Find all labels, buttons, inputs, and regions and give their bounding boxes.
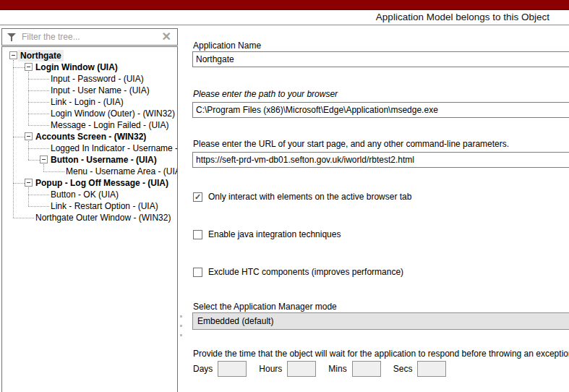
checkbox[interactable] xyxy=(193,268,202,277)
checkbox-label: Exclude HTC components (improves perform… xyxy=(208,267,403,277)
splitter-grip[interactable] xyxy=(180,315,182,344)
header: Application Model belongs to this Object xyxy=(0,10,569,25)
checkbox[interactable]: ✓ xyxy=(193,192,202,202)
tree-node-label[interactable]: Logged In Indicator - Username - (UIA) xyxy=(51,142,178,154)
secs-label: Secs xyxy=(393,364,413,374)
tree-node-label[interactable]: Menu - Username Area - (UIA) xyxy=(66,166,178,177)
start-url-label: Please enter the URL of your start page,… xyxy=(193,139,509,149)
application-name-label: Application Name xyxy=(193,41,261,51)
tree-connector xyxy=(28,160,40,161)
filter-input[interactable] xyxy=(22,32,159,42)
tree-connector xyxy=(13,218,34,218)
tree-node-label[interactable]: Link - Restart Option - (UIA) xyxy=(51,200,158,212)
tree-node-label[interactable]: Login Window (UIA) xyxy=(35,61,118,73)
filter-icon xyxy=(7,32,18,42)
collapse-minus-icon[interactable] xyxy=(25,179,33,187)
tree-connector xyxy=(28,72,29,125)
timeout-fields: DaysHoursMinsSecs xyxy=(193,361,458,377)
hours-input[interactable] xyxy=(287,361,316,377)
clear-filter-icon[interactable]: ✕ xyxy=(162,31,171,43)
element-tree[interactable]: NorthgateLogin Window (UIA)Input - Passw… xyxy=(1,46,178,392)
option-row: ✓Only interact with elements on the acti… xyxy=(193,192,411,202)
collapse-minus-icon[interactable] xyxy=(25,132,33,140)
tree-node-label[interactable]: Input - Password - (UIA) xyxy=(51,73,144,85)
tree-connector xyxy=(28,187,29,206)
browser-path-label: Please enter the path to your browser xyxy=(193,89,338,99)
secs-input[interactable] xyxy=(417,361,446,377)
browser-path-input[interactable] xyxy=(192,102,569,118)
tree-filter: ✕ xyxy=(1,28,178,46)
tree-node-label[interactable]: Northgate Outer Window - (WIN32) xyxy=(35,212,171,223)
tree-connector xyxy=(43,164,44,171)
checkbox-label: Enable java integration techniques xyxy=(208,229,341,239)
tree-node-label[interactable]: Popup - Log Off Message - (UIA) xyxy=(35,177,168,189)
tree-node-label[interactable]: Button - OK (UIA) xyxy=(51,189,119,200)
tree-node[interactable]: Northgate Outer Window - (WIN32) xyxy=(2,212,177,223)
checkbox-label: Only interact with elements on the activ… xyxy=(208,192,411,202)
tree-connector xyxy=(43,171,64,172)
tree-node-label[interactable]: Link - Login - (UIA) xyxy=(51,96,124,108)
application-modeller-screen: { "colors": { "accent": "#8b0000" }, "ic… xyxy=(0,0,569,392)
checkbox[interactable] xyxy=(193,230,202,239)
hours-label: Hours xyxy=(259,364,282,374)
option-row: Enable java integration techniques xyxy=(193,229,341,239)
tree-connector xyxy=(28,90,49,91)
timeout-label: Provide the time that the object will wa… xyxy=(193,349,569,359)
tree-connector xyxy=(28,148,49,149)
tree-node-label[interactable]: Button - Username - (UIA) xyxy=(51,154,157,166)
tree-node-label[interactable]: Login Window (Outer) - (WIN32) xyxy=(51,108,175,119)
tree-node[interactable]: Northgate xyxy=(2,50,177,61)
tree-node-label[interactable]: Message - Login Failed - (UIA) xyxy=(51,119,168,131)
manager-mode-value: Embedded (default) xyxy=(197,316,273,326)
tree-node-label[interactable]: Northgate xyxy=(18,50,64,61)
tree-connector xyxy=(28,125,49,126)
manager-mode-select[interactable]: Embedded (default) xyxy=(192,312,569,330)
days-input[interactable] xyxy=(218,361,247,377)
manager-mode-label: Select the Application Manager mode xyxy=(193,302,337,312)
tree-connector xyxy=(28,206,49,207)
mins-label: Mins xyxy=(328,364,346,374)
collapse-minus-icon[interactable] xyxy=(40,155,48,163)
collapse-minus-icon[interactable] xyxy=(25,63,33,71)
page-title: Application Model belongs to this Object xyxy=(376,12,549,22)
application-name-input[interactable] xyxy=(192,51,569,67)
tree-node-label[interactable]: Input - User Name - (UIA) xyxy=(51,85,150,96)
days-label: Days xyxy=(193,364,213,374)
header-accent-bar xyxy=(0,0,569,10)
mins-input[interactable] xyxy=(352,361,381,377)
tree-connector xyxy=(28,79,49,80)
tree-connector xyxy=(13,183,25,184)
tree-node-label[interactable]: Accounts Screen - (WIN32) xyxy=(35,131,146,142)
collapse-minus-icon[interactable] xyxy=(9,51,17,59)
tree-connector xyxy=(13,137,25,137)
tree-connector xyxy=(28,102,49,103)
tree-connector xyxy=(28,114,49,114)
tree-connector xyxy=(28,195,49,195)
tree-connector xyxy=(13,67,25,68)
option-row: Exclude HTC components (improves perform… xyxy=(193,267,403,277)
start-url-input[interactable] xyxy=(192,152,569,168)
tree-connector xyxy=(13,60,14,218)
tree-node[interactable]: Menu - Username Area - (UIA) xyxy=(2,166,177,177)
tree-connector xyxy=(28,141,29,160)
